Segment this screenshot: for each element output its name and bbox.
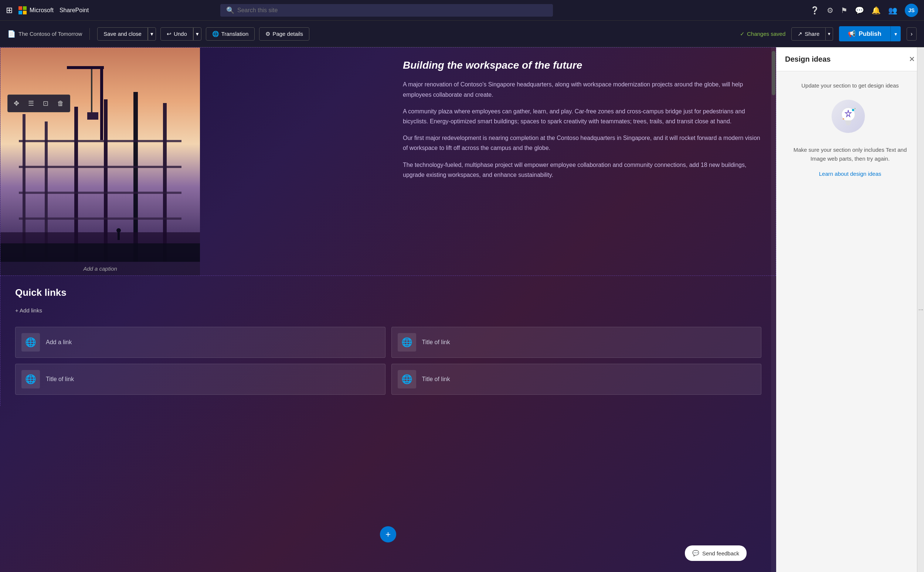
save-close-group: Save and close ▾	[97, 27, 156, 40]
microsoft-label: Microsoft	[30, 7, 54, 14]
undo-group: ↩ Undo ▾	[160, 27, 201, 40]
link-icon-1: 🌐	[398, 333, 416, 351]
share-group: ↗ Share ▾	[791, 27, 833, 40]
svg-rect-12	[67, 66, 104, 69]
settings-icon[interactable]: ⚙	[827, 6, 834, 15]
page-details-icon: ⚙	[265, 31, 270, 37]
paragraph-3: Our first major redevelopment is nearing…	[403, 133, 761, 153]
publish-button[interactable]: 📢 Publish	[839, 26, 890, 41]
design-ideas-header: Design ideas ✕	[776, 47, 924, 71]
format-tool-button[interactable]: ☰	[24, 97, 38, 110]
link-card-3[interactable]: 🌐 Title of link	[391, 364, 762, 395]
paragraph-4: The technology-fueled, multiphase projec…	[403, 160, 761, 180]
changes-saved: ✓ Changes saved	[740, 31, 785, 37]
publish-dropdown[interactable]: ▾	[890, 26, 901, 41]
sharepoint-label: SharePoint	[59, 7, 89, 14]
chat-icon[interactable]: 💬	[855, 6, 864, 15]
collapse-panel-button[interactable]: ›	[907, 27, 916, 40]
divider-1	[89, 28, 90, 40]
search-icon: 🔍	[226, 6, 234, 14]
duplicate-tool-button[interactable]: ⊡	[39, 97, 52, 110]
design-ideas-content: Update your section to get design ideas	[776, 71, 924, 188]
svg-rect-10	[19, 218, 181, 220]
translation-button[interactable]: 🌐 Translation	[206, 27, 255, 40]
ms-logo: Microsoft	[19, 6, 54, 14]
panel-right-tab[interactable]: ⋮	[917, 47, 924, 572]
lightbulb-icon	[832, 100, 865, 133]
svg-rect-11	[100, 66, 103, 140]
link-icon-0: 🌐	[22, 333, 40, 351]
toolbar-right: ✓ Changes saved ↗ Share ▾ 📢 Publish ▾ ›	[740, 26, 916, 41]
section-heading: Building the workspace of the future	[403, 59, 761, 72]
page-icon: 📄	[8, 30, 16, 38]
svg-point-17	[117, 228, 121, 233]
design-ideas-title: Design ideas	[785, 55, 831, 64]
people-icon[interactable]: 👥	[888, 6, 898, 15]
text-panel: Building the workspace of the future A m…	[388, 48, 776, 275]
design-ideas-panel: Design ideas ✕ Update your section to ge…	[776, 47, 924, 572]
svg-rect-20	[845, 120, 851, 122]
questions-icon[interactable]: ❔	[810, 6, 820, 15]
add-section-button[interactable]: +	[380, 526, 396, 542]
link-card-2[interactable]: 🌐 Title of link	[15, 364, 385, 395]
feedback-icon: 💬	[692, 550, 699, 556]
design-ideas-close-button[interactable]: ✕	[909, 54, 915, 64]
page-content: ✥ ☰ ⊡ 🗑	[0, 47, 776, 572]
quick-links-header: Quick links	[15, 287, 761, 298]
svg-rect-16	[0, 243, 200, 262]
save-close-dropdown[interactable]: ▾	[148, 27, 156, 40]
content-section: Add a caption Building the workspace of …	[0, 47, 776, 276]
svg-point-24	[843, 118, 844, 120]
quick-links-section: Quick links + Add links 🌐 Add a link 🌐 T…	[0, 276, 776, 406]
link-card-0[interactable]: 🌐 Add a link	[15, 327, 385, 358]
add-links-button[interactable]: + Add links	[15, 307, 42, 314]
undo-dropdown[interactable]: ▾	[193, 27, 201, 40]
svg-rect-8	[19, 166, 181, 168]
save-close-button[interactable]: Save and close	[97, 27, 148, 40]
design-ideas-subtitle: Update your section to get design ideas	[801, 82, 899, 89]
app-grid-icon[interactable]: ⊞	[6, 6, 12, 15]
design-ideas-learn-link[interactable]: Learn about design ideas	[819, 171, 881, 177]
design-ideas-message: Make sure your section only includes Tex…	[785, 146, 915, 163]
link-icon-3: 🌐	[398, 370, 416, 389]
share-dropdown[interactable]: ▾	[826, 27, 833, 40]
link-card-1[interactable]: 🌐 Title of link	[391, 327, 762, 358]
search-bar[interactable]: 🔍	[220, 4, 553, 17]
link-title-1: Title of link	[422, 339, 450, 346]
checkmark-icon: ✓	[740, 31, 745, 37]
svg-rect-9	[19, 192, 181, 194]
nav-right-icons: ❔ ⚙ ⚑ 💬 🔔 👥 JS	[810, 4, 918, 17]
share-button[interactable]: ↗ Share	[791, 27, 826, 40]
panel-tab-icon: ⋮	[918, 308, 924, 312]
toolbar: 📄 The Contoso of Tomorrow Save and close…	[0, 21, 924, 47]
svg-rect-7	[19, 140, 181, 142]
svg-rect-14	[87, 112, 98, 120]
scroll-track[interactable]	[771, 47, 776, 572]
main-area: ✥ ☰ ⊡ 🗑	[0, 47, 924, 572]
publish-group: 📢 Publish ▾	[839, 26, 901, 41]
delete-tool-button[interactable]: 🗑	[54, 97, 68, 110]
page-details-button[interactable]: ⚙ Page details	[259, 27, 309, 40]
scroll-thumb[interactable]	[772, 51, 775, 95]
search-input[interactable]	[237, 7, 547, 14]
share-icon: ↗	[798, 31, 802, 37]
svg-rect-22	[846, 124, 850, 125]
send-feedback-button[interactable]: 💬 Send feedback	[685, 546, 746, 561]
construction-image	[0, 48, 200, 262]
notifications-icon[interactable]: 🔔	[871, 6, 881, 15]
link-title-0: Add a link	[46, 339, 72, 346]
quick-links-title: Quick links	[15, 287, 67, 298]
page-title: The Contoso of Tomorrow	[19, 31, 82, 37]
links-grid: 🌐 Add a link 🌐 Title of link 🌐 Title of …	[15, 327, 761, 395]
image-panel: Add a caption	[0, 48, 200, 275]
page-title-area: 📄 The Contoso of Tomorrow	[8, 30, 82, 38]
user-avatar[interactable]: JS	[905, 4, 918, 17]
image-caption[interactable]: Add a caption	[0, 262, 200, 275]
link-icon-2: 🌐	[22, 370, 40, 389]
svg-point-23	[852, 109, 854, 111]
translation-icon: 🌐	[212, 31, 219, 37]
publish-icon: 📢	[848, 30, 855, 38]
move-tool-button[interactable]: ✥	[10, 97, 23, 110]
flag-icon[interactable]: ⚑	[841, 6, 848, 15]
undo-button[interactable]: ↩ Undo	[160, 27, 193, 40]
